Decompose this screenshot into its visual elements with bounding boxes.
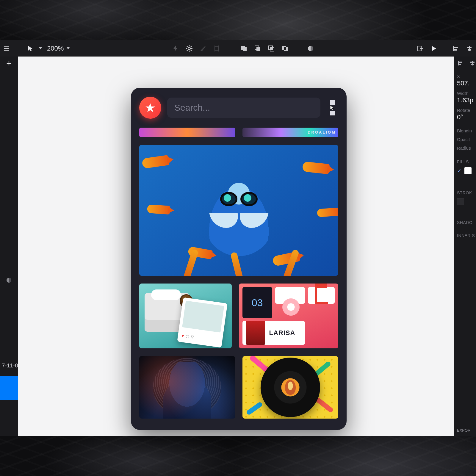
difference-icon[interactable]	[281, 45, 289, 52]
zoom-value: 200%	[47, 45, 64, 52]
width-label: Width	[457, 91, 476, 96]
artwork-tile[interactable]: ♥◌▽	[139, 284, 232, 348]
svg-rect-35	[459, 64, 461, 65]
artwork-tile[interactable]	[242, 356, 339, 419]
moustache-icon	[211, 213, 267, 228]
search-input[interactable]: Search...	[167, 98, 320, 118]
mask-icon[interactable]	[307, 45, 314, 52]
post-card-icon: ♥◌▽	[177, 297, 227, 347]
opacity-label: Opacit	[457, 137, 476, 142]
chevron-down-icon[interactable]	[39, 45, 42, 52]
svg-rect-37	[470, 62, 475, 63]
svg-rect-12	[215, 47, 218, 50]
comment-icon: ◌	[185, 334, 189, 339]
selected-layer-indicator[interactable]	[0, 376, 18, 400]
search-placeholder: Search...	[174, 103, 210, 113]
cursor-icon	[330, 105, 335, 110]
heart-icon: ♥	[181, 333, 184, 338]
svg-rect-20	[256, 47, 260, 51]
category-strip: DROALIOM	[139, 128, 338, 137]
gear-icon[interactable]	[186, 45, 193, 52]
app-toolbar: 200%	[0, 40, 476, 57]
fill-row[interactable]: ✓	[457, 167, 476, 174]
hero-artwork-tile[interactable]	[139, 145, 338, 276]
svg-point-3	[188, 47, 190, 50]
svg-line-8	[187, 46, 188, 47]
fills-section-label: FILLS	[457, 159, 476, 164]
fish-icon	[147, 204, 170, 214]
stroke-row[interactable]	[457, 198, 476, 205]
sunglasses-icon	[220, 192, 258, 206]
glow-overlay	[139, 356, 235, 419]
search-plugin-panel: Search... DROALIOM	[131, 88, 347, 430]
chair-icon	[315, 287, 328, 304]
shadow-section-label: SHADO	[457, 220, 476, 225]
svg-line-11	[187, 50, 188, 51]
square-icon	[330, 111, 335, 115]
square-icon	[330, 100, 335, 105]
svg-rect-27	[454, 47, 458, 48]
mini-card	[308, 287, 335, 304]
align-left-icon[interactable]	[452, 45, 459, 52]
rotate-value[interactable]: 0°	[457, 113, 476, 121]
tentacle-icon	[230, 252, 245, 276]
artboard-icon[interactable]	[213, 45, 220, 52]
svg-line-9	[191, 50, 192, 51]
fish-icon	[302, 161, 330, 174]
favorites-button[interactable]	[139, 97, 161, 119]
align-center-icon[interactable]	[469, 60, 476, 67]
portfolio-name: LARISA	[269, 329, 295, 337]
bolt-icon[interactable]	[172, 45, 179, 52]
page-tab-label[interactable]: 7-11-0...	[0, 362, 18, 369]
width-value[interactable]: 1.63p	[457, 96, 476, 104]
union-icon[interactable]	[240, 45, 248, 52]
artwork-tile[interactable]: 03 LARISA	[239, 284, 339, 348]
radius-label: Radius	[457, 145, 476, 151]
vinyl-record-icon	[261, 358, 320, 417]
mini-card	[275, 287, 305, 304]
category-chip-1[interactable]	[139, 128, 235, 137]
svg-rect-30	[467, 47, 472, 48]
slice-icon[interactable]	[199, 45, 206, 52]
export-section-label[interactable]: EXPOR	[454, 426, 476, 436]
align-center-h-icon[interactable]	[466, 45, 473, 52]
blending-label: Blendin	[457, 128, 476, 133]
inner-shadow-section-label: INNER S	[457, 233, 476, 238]
svg-rect-1	[4, 48, 9, 49]
svg-rect-31	[468, 49, 471, 51]
design-app-window: 200%	[0, 40, 476, 436]
intersect-icon[interactable]	[268, 45, 275, 52]
svg-rect-23	[270, 47, 273, 50]
svg-rect-34	[459, 62, 462, 63]
hamburger-icon[interactable]	[3, 45, 10, 52]
artwork-tile[interactable]	[139, 356, 235, 419]
stroke-swatch[interactable]	[457, 198, 464, 205]
zoom-level-control[interactable]: 200%	[47, 45, 70, 52]
play-icon[interactable]	[430, 45, 437, 52]
pointer-tool-icon[interactable]	[27, 45, 34, 52]
align-left-icon[interactable]	[457, 60, 464, 67]
mini-card-dark: 03	[242, 287, 272, 318]
contrast-icon[interactable]	[5, 277, 12, 284]
send-icon: ▽	[190, 334, 194, 339]
svg-rect-18	[243, 47, 247, 51]
layout-toggle-button[interactable]	[326, 99, 338, 117]
x-label: X	[457, 74, 476, 79]
x-value[interactable]: 507.	[457, 79, 476, 87]
portrait-thumb	[246, 321, 265, 345]
fish-icon	[317, 208, 338, 217]
fill-swatch[interactable]	[464, 167, 472, 174]
svg-rect-28	[454, 49, 457, 51]
mini-card-wide: LARISA	[242, 321, 305, 345]
check-icon[interactable]: ✓	[457, 167, 461, 174]
subtract-icon[interactable]	[254, 45, 261, 52]
import-icon[interactable]	[416, 45, 424, 52]
rotate-label: Rotate	[457, 108, 476, 113]
fish-icon	[142, 155, 170, 169]
category-chip-2[interactable]: DROALIOM	[242, 128, 339, 137]
svg-rect-0	[4, 46, 9, 47]
add-page-button[interactable]: +	[6, 59, 12, 68]
workspace: + 7-11-0... Search...	[0, 57, 476, 436]
left-sidebar: + 7-11-0...	[0, 57, 18, 436]
canvas[interactable]: Search... DROALIOM	[18, 57, 454, 436]
